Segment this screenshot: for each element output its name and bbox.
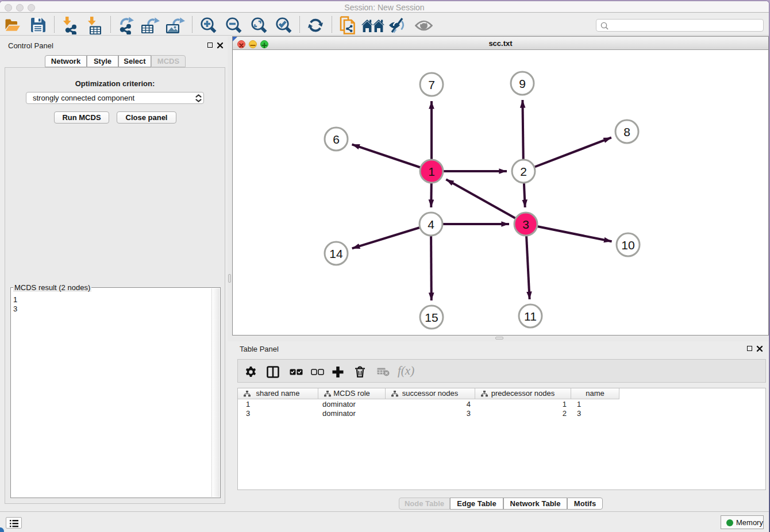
svg-text:11: 11 xyxy=(524,310,537,323)
svg-text:9: 9 xyxy=(519,77,526,90)
svg-text:7: 7 xyxy=(428,78,435,91)
svg-text:14: 14 xyxy=(329,247,343,260)
svg-text:4: 4 xyxy=(428,218,434,231)
svg-text:3: 3 xyxy=(522,218,529,231)
svg-text:15: 15 xyxy=(425,311,438,324)
svg-text:1: 1 xyxy=(428,165,435,178)
svg-text:8: 8 xyxy=(623,125,630,138)
svg-text:6: 6 xyxy=(333,133,340,146)
svg-text:2: 2 xyxy=(520,165,527,178)
svg-text:10: 10 xyxy=(621,238,634,252)
